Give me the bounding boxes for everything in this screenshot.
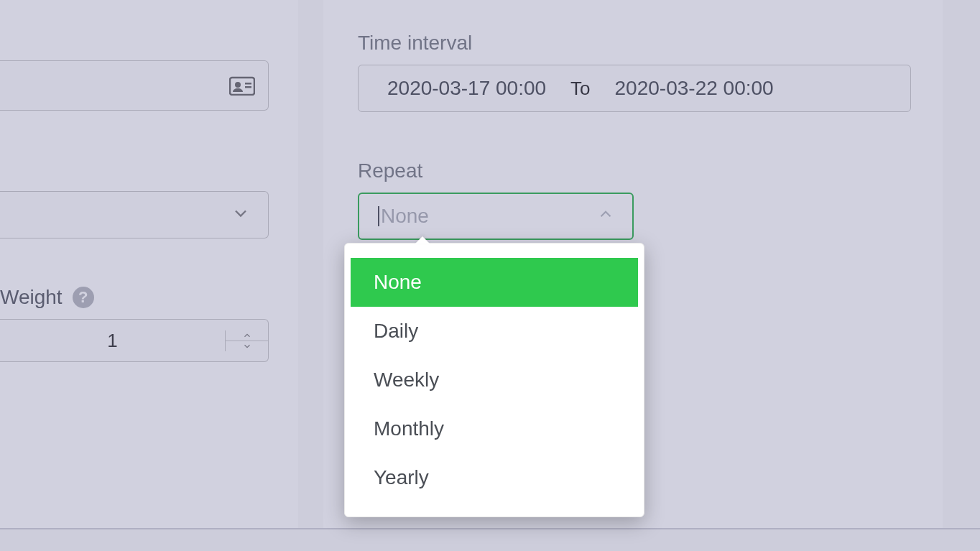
chevron-up-icon	[240, 330, 254, 341]
weight-label-text: Weight	[0, 286, 63, 309]
time-to: 2020-03-22 00:00	[615, 77, 774, 100]
weight-stepper-buttons	[225, 330, 268, 351]
bottom-divider	[0, 528, 980, 529]
contact-field[interactable]	[0, 60, 269, 111]
weight-stepper[interactable]: 1	[0, 319, 269, 362]
time-interval-label: Time interval	[358, 32, 472, 55]
repeat-option-monthly[interactable]: Monthly	[351, 404, 638, 453]
svg-rect-2	[245, 83, 251, 85]
repeat-dropdown-list: NoneDailyWeeklyMonthlyYearly	[345, 252, 644, 508]
repeat-select[interactable]: None	[358, 193, 634, 240]
repeat-dropdown: NoneDailyWeeklyMonthlyYearly	[344, 243, 644, 517]
repeat-option-yearly[interactable]: Yearly	[351, 453, 638, 502]
repeat-placeholder: None	[381, 205, 429, 227]
svg-rect-3	[245, 86, 251, 88]
repeat-label: Repeat	[358, 159, 422, 182]
generic-select[interactable]	[0, 191, 269, 239]
weight-label: Weight ?	[0, 286, 94, 309]
repeat-option-none[interactable]: None	[351, 258, 638, 307]
chevron-up-icon	[596, 205, 615, 228]
left-panel: Weight ? 1	[0, 0, 298, 528]
svg-point-1	[235, 82, 241, 88]
time-to-label: To	[570, 78, 590, 100]
id-card-icon	[229, 75, 255, 96]
weight-value[interactable]: 1	[0, 330, 225, 352]
help-icon[interactable]: ?	[73, 287, 94, 308]
chevron-down-icon	[231, 203, 251, 226]
time-from: 2020-03-17 00:00	[387, 77, 546, 100]
repeat-placeholder-wrap: None	[381, 205, 596, 228]
text-cursor	[378, 206, 379, 226]
repeat-option-daily[interactable]: Daily	[351, 307, 638, 356]
chevron-down-icon	[240, 341, 254, 351]
time-interval-field[interactable]: 2020-03-17 00:00 To 2020-03-22 00:00	[358, 65, 911, 112]
weight-increment[interactable]	[226, 330, 268, 341]
repeat-option-weekly[interactable]: Weekly	[351, 356, 638, 404]
weight-decrement[interactable]	[226, 341, 268, 351]
